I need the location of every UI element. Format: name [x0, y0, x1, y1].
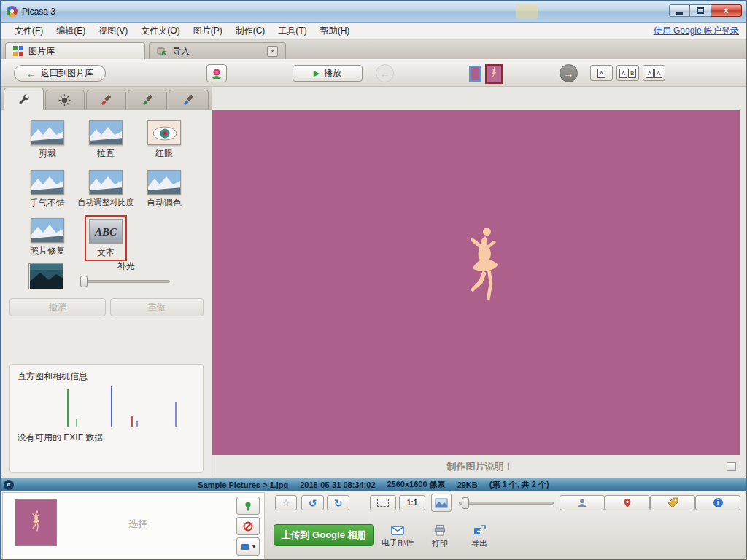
tags-button[interactable]	[650, 495, 695, 510]
places-button[interactable]	[605, 495, 650, 510]
caption-bar[interactable]: 制作图片说明！	[212, 455, 747, 478]
tab-basic-fixes[interactable]	[4, 88, 44, 110]
collage-icon	[435, 497, 448, 509]
view-compare-button[interactable]: A A	[643, 65, 665, 81]
menu-folder[interactable]: 文件夹(O)	[134, 23, 186, 39]
actual-size-button[interactable]: 1:1	[399, 495, 425, 510]
wrench-icon	[18, 93, 30, 106]
dropdown-caret-icon: ▾	[252, 543, 255, 550]
menu-tools[interactable]: 工具(T)	[271, 23, 313, 39]
menu-file[interactable]: 文件(F)	[8, 23, 50, 39]
star-button[interactable]: ☆	[275, 495, 297, 510]
thumbstrip-item-selected[interactable]	[469, 66, 481, 82]
close-button[interactable]: ×	[711, 4, 742, 17]
next-photo-button[interactable]: →	[560, 64, 578, 82]
collapse-tray-button[interactable]: «	[4, 480, 14, 490]
export-button[interactable]: 导出	[459, 521, 500, 552]
rotate-left-button[interactable]: ↺	[301, 495, 324, 510]
tool-label: 照片修复	[18, 245, 77, 257]
info-icon: i	[713, 498, 723, 508]
menu-edit[interactable]: 编辑(E)	[50, 23, 92, 39]
zoom-slider-knob[interactable]	[462, 497, 469, 509]
people-button[interactable]	[560, 495, 605, 510]
next-arrow-icon: →	[564, 68, 574, 79]
gift-rose-button[interactable]	[206, 64, 227, 82]
add-to-album-button[interactable]: ▾	[236, 537, 260, 556]
tool-lucky[interactable]: 手气不错	[18, 170, 77, 209]
back-to-library-button[interactable]: ← 返回到图片库	[14, 65, 106, 82]
tool-redeye-thumb	[147, 120, 181, 145]
dancer-tray-icon	[28, 509, 44, 537]
menu-create[interactable]: 制作(C)	[229, 23, 272, 39]
menu-view[interactable]: 视图(V)	[92, 23, 134, 39]
tool-retouch[interactable]: 照片修复	[18, 218, 77, 257]
menubar: 文件(F) 编辑(E) 视图(V) 文件夹(O) 图片(P) 制作(C) 工具(…	[1, 23, 746, 40]
google-signin-link[interactable]: 使用 Google 帐户登录	[654, 25, 739, 37]
tab-library[interactable]: 图片库	[5, 42, 145, 59]
play-button[interactable]: ▶ 播放	[293, 65, 363, 82]
print-button[interactable]: 打印	[419, 521, 460, 552]
email-button[interactable]: 电子邮件	[377, 521, 418, 552]
tab-import[interactable]: 导入 ×	[149, 42, 286, 59]
printer-icon	[433, 524, 446, 537]
photo-canvas[interactable]	[212, 110, 740, 455]
picasa-logo-icon	[7, 6, 18, 17]
titlebar-glass-artifact	[516, 4, 538, 19]
thumbstrip-item[interactable]	[485, 64, 503, 84]
tray-selected-thumbnail[interactable]	[15, 499, 57, 546]
upload-google-button[interactable]: 上传到 Google 相册	[274, 524, 374, 546]
tool-label: 自动调整对比度	[76, 197, 136, 208]
minimize-button[interactable]	[669, 4, 690, 17]
tab-library-label: 图片库	[28, 45, 55, 58]
caption-toggle-icon[interactable]	[727, 462, 736, 471]
caption-placeholder[interactable]: 制作图片说明！	[447, 460, 514, 473]
envelope-icon	[391, 525, 404, 536]
hold-pin-button[interactable]	[236, 497, 260, 515]
tool-auto-color[interactable]: 自动调色	[134, 170, 194, 209]
view-letter: A	[597, 69, 605, 78]
back-arrow-icon: ←	[26, 69, 36, 79]
tab-import-close-icon[interactable]: ×	[267, 46, 278, 57]
view-single-button[interactable]: A	[590, 65, 613, 81]
view-split-button[interactable]: A B	[616, 65, 639, 81]
photo-thumbstrip	[469, 63, 503, 84]
tool-label: 拉直	[76, 147, 136, 160]
play-label: 播放	[324, 67, 341, 79]
status-datetime: 2018-05-31 08:34:02	[300, 481, 375, 489]
rotate-right-icon: ↻	[334, 497, 343, 509]
previous-photo-button[interactable]: ←	[376, 64, 394, 82]
tab-effects-3[interactable]	[169, 90, 209, 110]
menu-help[interactable]: 帮助(H)	[314, 23, 357, 39]
histogram-graph	[19, 386, 194, 427]
tool-straighten[interactable]: 拉直	[76, 120, 136, 160]
brush-blue-icon	[182, 94, 195, 106]
collage-button[interactable]	[431, 494, 452, 512]
redo-button[interactable]: 重做	[110, 298, 204, 316]
red-block-icon	[242, 521, 254, 532]
properties-button[interactable]: i	[695, 495, 740, 510]
compare-view-buttons: A A B A A	[590, 65, 665, 81]
tool-text[interactable]: ABC 文本	[76, 215, 136, 261]
histogram-spike-blue	[111, 386, 112, 427]
rotate-right-button[interactable]: ↻	[327, 495, 349, 510]
fit-view-button[interactable]	[370, 495, 396, 510]
maximize-button[interactable]	[690, 4, 711, 17]
tab-effects-2[interactable]	[128, 90, 168, 110]
clear-tray-button[interactable]	[236, 517, 260, 535]
tool-label: 手气不错	[18, 197, 77, 209]
tool-redeye[interactable]: 红眼	[134, 120, 194, 160]
tool-auto-contrast[interactable]: 自动调整对比度	[76, 170, 136, 208]
fill-light-slider-knob[interactable]	[80, 276, 88, 287]
menu-picture[interactable]: 图片(P)	[187, 23, 229, 39]
tab-effects-1[interactable]	[86, 90, 126, 110]
tool-crop[interactable]: 剪裁	[18, 120, 77, 160]
tool-retouch-thumb	[31, 218, 64, 243]
export-label: 导出	[471, 538, 487, 549]
fill-light-slider-track[interactable]	[82, 280, 170, 283]
undo-button[interactable]: 撤消	[9, 298, 106, 316]
view-letter: B	[628, 69, 636, 78]
tab-tuning[interactable]	[45, 90, 85, 110]
zoom-slider-track[interactable]	[459, 502, 554, 505]
photo-tray: 选择 ▾	[2, 492, 265, 559]
tool-auto-color-thumb	[147, 170, 181, 195]
